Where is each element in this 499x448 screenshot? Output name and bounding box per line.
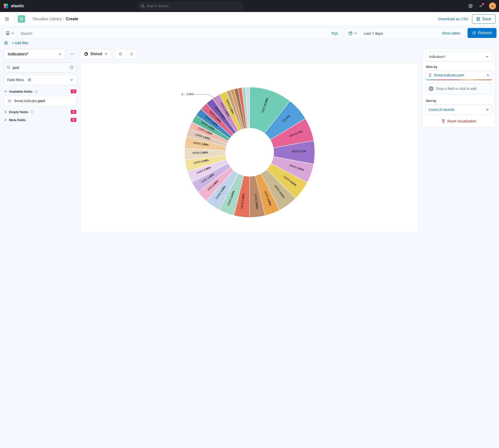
breadcrumb-parent[interactable]: Visualize Library — [32, 17, 62, 21]
refresh-icon — [472, 31, 476, 35]
info-icon[interactable]: i — [30, 110, 33, 113]
time-range-display[interactable]: Last 7 days — [360, 28, 438, 38]
svg-point-4 — [141, 4, 144, 7]
size-metric[interactable]: Count of records ✕ — [425, 105, 492, 115]
chevron-right-icon — [4, 118, 7, 121]
remove-dimension-icon[interactable]: ✕ — [487, 73, 490, 77]
slice-label: 8000 5.77% — [292, 150, 306, 153]
nav-toggle-icon[interactable] — [3, 15, 10, 22]
time-group: Last 7 days Show dates — [345, 28, 465, 38]
svg-point-1 — [6, 3, 8, 6]
news-icon[interactable] — [479, 3, 484, 8]
chevron-down-icon — [486, 55, 489, 58]
size-metric-label: Count of records — [429, 108, 484, 112]
field-type-number-icon: # — [7, 99, 12, 103]
dataview-more-icon[interactable] — [68, 49, 76, 59]
svg-rect-7 — [477, 17, 480, 20]
drop-hint: Drop a field or click to add — [436, 87, 477, 91]
chevron-down-icon — [70, 78, 73, 81]
saved-query-menu[interactable] — [3, 28, 17, 38]
chevron-down-icon — [4, 90, 7, 93]
save-label: Save — [482, 17, 491, 21]
color-gradient-icon — [426, 79, 492, 80]
query-group: KQL — [2, 28, 343, 38]
svg-rect-10 — [349, 32, 352, 35]
donut-chart[interactable]: 6000 10.58%0 5.77%4000 5.77%8000 5.77%28… — [177, 70, 322, 225]
labels-toggle-icon[interactable] — [115, 49, 126, 59]
empty-fields-header[interactable]: Empty fields i 0 — [4, 110, 76, 114]
viz-type-select[interactable]: Donut — [80, 49, 111, 59]
workspace-panel: Donut 6000 10.58%0 5.77%4000 5.77%8000 5… — [80, 49, 419, 232]
chevron-down-icon — [354, 32, 357, 35]
svg-point-6 — [470, 5, 471, 7]
chevron-right-icon — [4, 110, 7, 113]
show-dates-link[interactable]: Show dates — [438, 28, 465, 38]
sub-header: D Visualize Library / Create Download as… — [0, 12, 499, 26]
svg-point-5 — [469, 4, 472, 8]
chevron-down-icon — [11, 32, 14, 35]
top-bar: elastic e — [0, 0, 499, 12]
chevron-down-icon — [59, 53, 62, 56]
clear-search-icon[interactable]: ✕ — [69, 65, 74, 70]
field-item[interactable]: # threat.indicator.port — [4, 96, 76, 106]
slice-by-label: Slice by — [426, 65, 492, 69]
empty-fields-label: Empty fields — [9, 110, 28, 114]
divider — [14, 15, 14, 23]
layer-dataview-select[interactable]: indicators* — [425, 52, 492, 62]
add-filter-link[interactable]: + Add filter — [12, 41, 29, 45]
global-search-input[interactable] — [138, 2, 243, 10]
layer-dataview-label: indicators* — [429, 55, 445, 59]
meta-fields-count: 0 — [71, 118, 76, 122]
filter-options-icon[interactable] — [3, 40, 8, 45]
info-icon[interactable]: i — [34, 90, 37, 93]
legend-toggle-icon[interactable] — [126, 49, 137, 59]
breadcrumb: Visualize Library / Create — [32, 17, 78, 21]
available-fields-label: Available fields — [9, 90, 32, 93]
time-picker-button[interactable] — [345, 28, 360, 38]
available-fields-count: 1 — [71, 89, 76, 93]
callout-label: 6… 0.96% — [181, 92, 194, 95]
dataview-select[interactable]: indicators* — [4, 49, 65, 59]
search-icon — [141, 4, 145, 9]
help-icon[interactable] — [468, 3, 473, 8]
breadcrumb-sep: / — [63, 17, 64, 21]
remove-metric-icon[interactable]: ✕ — [486, 108, 489, 112]
brand-logo[interactable]: elastic — [3, 3, 24, 9]
svg-point-12 — [71, 54, 71, 55]
reset-label: Reset visualization — [447, 119, 477, 123]
slice-label: 40000 2.88% — [192, 151, 208, 154]
add-dimension-drop[interactable]: + Drop a field or click to add — [425, 83, 492, 94]
user-avatar[interactable]: e — [489, 2, 496, 9]
chevron-down-icon — [105, 52, 108, 55]
available-fields-header[interactable]: Available fields i 1 — [4, 89, 76, 93]
size-by-label: Size by — [426, 99, 492, 103]
refresh-button[interactable]: Refresh — [468, 28, 497, 38]
breadcrumb-current: Create — [66, 17, 78, 21]
svg-point-14 — [73, 54, 74, 55]
plus-circle-icon: + — [429, 86, 434, 91]
space-selector[interactable]: D — [18, 15, 25, 23]
field-name: threat.indicator.port — [14, 99, 45, 103]
slice-dimension[interactable]: threat.indicator.port ✕ — [425, 71, 492, 81]
fields-panel: indicators* ✕ Field filters 0 A — [4, 49, 76, 122]
save-icon — [476, 17, 480, 21]
main-layout: indicators* ✕ Field filters 0 A — [0, 49, 499, 236]
query-input[interactable] — [17, 28, 328, 38]
config-panel: indicators* Slice by threat.indicator.po… — [423, 49, 495, 127]
slice-field-label: threat.indicator.port — [434, 73, 485, 77]
download-csv-link[interactable]: Download as CSV — [438, 17, 469, 21]
field-filters-toggle[interactable]: Field filters 0 — [4, 75, 76, 85]
meta-fields-label: Meta fields — [9, 118, 26, 122]
donut-chart-icon — [84, 52, 88, 56]
save-button[interactable]: Save — [472, 14, 496, 24]
viz-type-label: Donut — [91, 52, 102, 56]
calendar-icon — [348, 31, 352, 35]
field-search-input[interactable] — [4, 62, 76, 72]
reset-visualization[interactable]: Reset visualization — [425, 119, 492, 123]
query-bar: KQL Last 7 days Show dates Refresh — [0, 26, 499, 40]
trash-icon — [441, 119, 445, 123]
kql-toggle[interactable]: KQL — [328, 28, 342, 38]
filter-bar: + Add filter — [0, 40, 499, 49]
meta-fields-header[interactable]: Meta fields 0 — [4, 118, 76, 122]
refresh-label: Refresh — [478, 31, 492, 35]
